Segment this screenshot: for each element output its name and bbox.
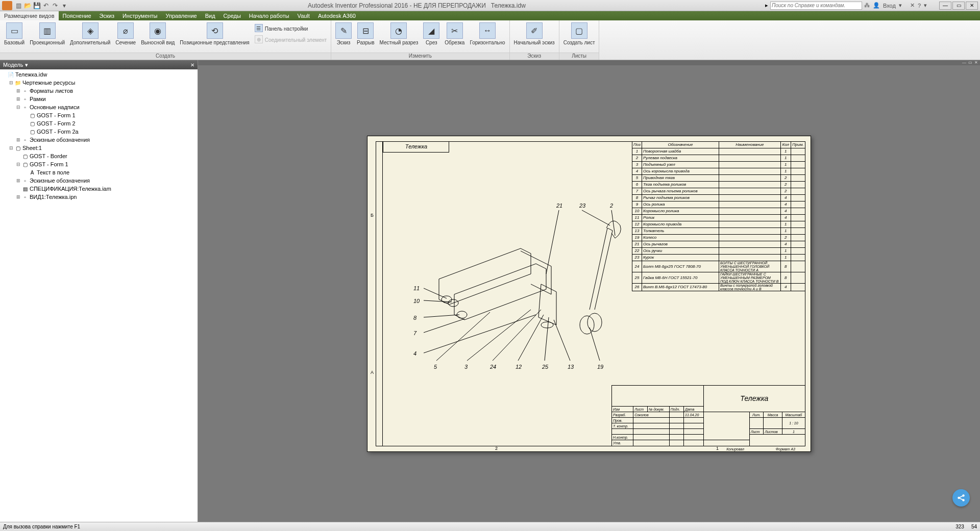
expand-icon[interactable]: ⊞ xyxy=(15,194,21,199)
node-icon: ▤ xyxy=(21,185,29,192)
node-label: GOST - Form 1 xyxy=(37,112,76,118)
ribbon-button[interactable]: ☰Панель настройки xyxy=(253,23,329,34)
doc-max-icon[interactable]: ▭ xyxy=(968,60,972,65)
qat-dropdown-icon[interactable]: ▾ xyxy=(60,2,68,10)
tree-node[interactable]: ▢GOST - Form 2a xyxy=(1,128,197,136)
tree-node[interactable]: ▢GOST - Border xyxy=(1,152,197,160)
node-icon: 📄 xyxy=(7,71,14,78)
ribbon-tab[interactable]: Начало работы xyxy=(245,11,293,20)
ribbon-group-label: Эскиз xyxy=(510,53,559,60)
browser-close-icon[interactable]: ✕ xyxy=(190,62,194,68)
expand-icon[interactable]: ⊟ xyxy=(15,162,21,167)
node-icon: A xyxy=(29,169,36,176)
balloon-label: 4 xyxy=(413,350,416,357)
x-icon[interactable]: ✕ xyxy=(910,2,915,9)
expand-icon[interactable]: ⊟ xyxy=(15,105,21,110)
tree-node[interactable]: ⊟▢Sheet:1 xyxy=(1,144,197,152)
ribbon-button[interactable]: ◉Выносной вид xyxy=(139,21,177,46)
svg-line-11 xyxy=(424,315,459,317)
ribbon-icon: ↔ xyxy=(479,22,496,39)
close-button[interactable]: ✕ xyxy=(966,2,978,10)
ribbon-button[interactable]: ↔Горизонтально xyxy=(468,21,507,46)
star-icon[interactable]: ⁂ xyxy=(864,2,870,9)
tree-node[interactable]: ⊞▫Эскизные обозначения xyxy=(1,136,197,144)
svg-line-17 xyxy=(518,315,544,361)
balloon-label: 19 xyxy=(597,364,603,370)
expand-icon[interactable]: ⊞ xyxy=(15,96,21,102)
tree-node[interactable]: ⊞▫Форматы листов xyxy=(1,87,197,95)
node-label: Форматы листов xyxy=(30,88,73,94)
ribbon-tab[interactable]: Эскиз xyxy=(95,11,118,20)
tree-node[interactable]: AТекст в поле xyxy=(1,168,197,176)
expand-icon[interactable]: ⊟ xyxy=(8,80,14,85)
tree-node[interactable]: ⊟▫Основные надписи xyxy=(1,103,197,111)
expand-icon[interactable]: ⊞ xyxy=(15,178,21,183)
ribbon-button[interactable]: ◔Местный разрез xyxy=(378,21,421,46)
ribbon-button[interactable]: ▭Базовый xyxy=(2,21,27,46)
maximize-button[interactable]: ▭ xyxy=(952,2,965,10)
signin-label[interactable]: Вход xyxy=(883,3,896,9)
qat-open-icon[interactable]: 📂 xyxy=(23,2,32,10)
ribbon-tab[interactable]: Среды xyxy=(219,11,245,20)
ribbon-tab[interactable]: Инструменты xyxy=(118,11,162,20)
expand-icon[interactable]: ⊞ xyxy=(15,137,21,142)
status-hint: Для вызова справки нажмите F1 xyxy=(3,524,80,529)
tree-node[interactable]: ▢GOST - Form 1 xyxy=(1,111,197,119)
search-wrap: ▸ xyxy=(765,2,862,10)
expand-icon[interactable]: ⊟ xyxy=(8,145,14,150)
tree-node[interactable]: ⊞▫ВИД1:Тележка.ipn xyxy=(1,193,197,201)
ribbon-button[interactable]: ✎Эскиз xyxy=(333,21,354,46)
balloon-label: 3 xyxy=(464,364,468,370)
tree-node[interactable]: ⊟▢GOST - Form 1 xyxy=(1,160,197,168)
node-label: Эскизные обозначения xyxy=(30,178,90,184)
ribbon-icon: ◈ xyxy=(82,22,99,39)
minimize-button[interactable]: — xyxy=(939,2,951,10)
signin-icon[interactable]: 👤 xyxy=(873,2,880,9)
ribbon-tab[interactable]: Размещение видов xyxy=(0,11,59,20)
ribbon: ▭Базовый▥Проекционный◈Дополнительный⌀Сеч… xyxy=(0,20,980,60)
ribbon-button[interactable]: ✂Обрезка xyxy=(443,21,467,46)
node-icon: ▫ xyxy=(21,95,29,103)
tree-node[interactable]: ▢GOST - Form 2 xyxy=(1,119,197,128)
ribbon-button[interactable]: ⊟Разрыв xyxy=(355,21,376,46)
qat-undo-icon[interactable]: ↶ xyxy=(42,2,50,10)
browser-tree[interactable]: 📄Тележка.idw⊟📁Чертежные ресурсы⊞▫Форматы… xyxy=(0,69,198,522)
ribbon-button[interactable]: ⟲Позиционные представления xyxy=(178,21,251,46)
ribbon-button[interactable]: ▥Проекционный xyxy=(28,21,67,46)
ribbon-button[interactable]: ◈Дополнительный xyxy=(68,21,112,46)
tree-node[interactable]: ⊞▫Рамки xyxy=(1,95,197,103)
node-icon: ▢ xyxy=(14,144,21,151)
ribbon-button[interactable]: ▢Создать лист xyxy=(561,21,597,46)
ribbon-button[interactable]: ◢Срез xyxy=(421,21,442,46)
dropdown-icon[interactable]: ▾ xyxy=(899,2,902,9)
ribbon-tab[interactable]: Пояснение xyxy=(59,11,95,20)
browser-header[interactable]: Модель ▾ ✕ xyxy=(0,60,198,69)
tree-node[interactable]: ▤СПЕЦИФИКАЦИЯ:Тележка.iam xyxy=(1,185,197,193)
search-arrow-icon[interactable]: ▸ xyxy=(765,2,768,9)
app-icon xyxy=(2,1,12,10)
tree-node[interactable]: ⊟📁Чертежные ресурсы xyxy=(1,79,197,87)
ribbon-icon: ▥ xyxy=(39,22,56,39)
ribbon-tab[interactable]: Autodesk A360 xyxy=(314,11,360,20)
share-button[interactable] xyxy=(952,489,970,507)
ribbon-icon: ⊕ xyxy=(255,35,263,43)
ribbon-tab[interactable]: Vault xyxy=(293,11,314,20)
ribbon-tab[interactable]: Управление xyxy=(162,11,201,20)
ribbon-tab[interactable]: Вид xyxy=(201,11,219,20)
tree-node[interactable]: 📄Тележка.idw xyxy=(1,70,197,79)
svg-point-4 xyxy=(580,316,594,334)
tree-node[interactable]: ⊞▫Эскизные обозначения xyxy=(1,176,197,185)
qat-save-icon[interactable]: 💾 xyxy=(33,2,41,10)
expand-icon[interactable]: ⊞ xyxy=(15,88,21,93)
qat-redo-icon[interactable]: ↷ xyxy=(51,2,59,10)
drawing-canvas[interactable]: Тележка Б А 2 1 ПозОбозначениеНаименован… xyxy=(198,65,980,522)
svg-point-0 xyxy=(541,322,553,328)
doc-min-icon[interactable]: — xyxy=(962,60,966,65)
doc-close-icon[interactable]: ✕ xyxy=(974,60,978,65)
search-input[interactable] xyxy=(770,2,862,10)
help-icon[interactable]: ? xyxy=(918,3,921,9)
ribbon-button[interactable]: ✐Начальный эскиз xyxy=(512,21,557,46)
dropdown2-icon[interactable]: ▾ xyxy=(924,2,927,9)
ribbon-button[interactable]: ⌀Сечение xyxy=(113,21,138,46)
qat-new-icon[interactable]: ▥ xyxy=(14,2,22,10)
